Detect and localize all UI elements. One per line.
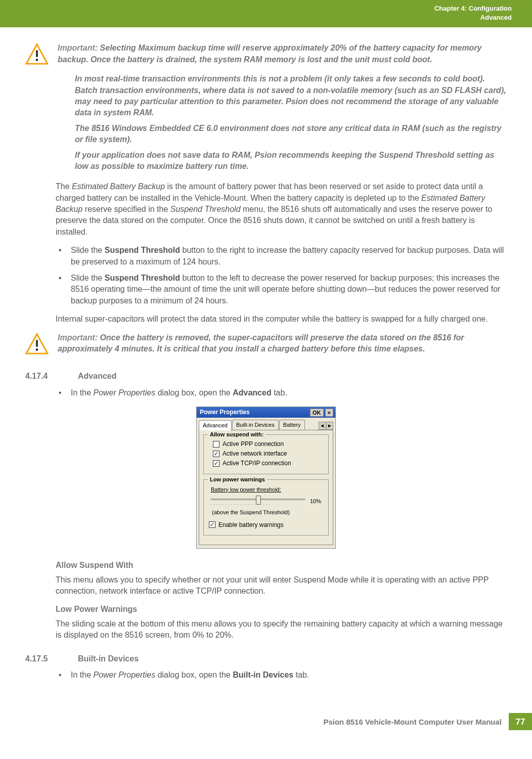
bullet-list-3: In the Power Properties dialog box, open… (56, 669, 507, 681)
checkbox-label: Enable battery warnings (218, 521, 284, 529)
warning-icon (25, 332, 49, 359)
important-text-p2: In most real-time transaction environmen… (75, 73, 507, 119)
subheading-allow-suspend: Allow Suspend With (56, 560, 507, 571)
important-text: Once the battery is removed, the super-c… (58, 333, 464, 353)
group-legend: Allow suspend with: (208, 431, 265, 438)
subheading-text: The sliding scale at the bottom of this … (56, 618, 507, 641)
page-content: Important: Selecting Maximum backup time… (0, 27, 532, 698)
threshold-slider[interactable]: ' ' ' ' ' ' ' ' ' ' ' ' ' ' ' ' ' ' ' ' … (211, 496, 305, 508)
svg-point-5 (36, 348, 38, 351)
group-low-power: Low power warnings Battery low power thr… (203, 479, 329, 536)
svg-rect-4 (36, 340, 38, 346)
important-note-2: Important: Once the battery is removed, … (25, 332, 507, 359)
list-item: Slide the Suspend Threshold button to th… (56, 245, 507, 267)
slider-value: 10% (310, 498, 321, 505)
important-text-p4: If your application does not save data t… (75, 150, 507, 172)
list-item: In the Power Properties dialog box, open… (56, 669, 507, 681)
warning-icon (25, 42, 49, 69)
checkbox-icon[interactable]: ✓ (213, 451, 219, 457)
svg-rect-1 (36, 51, 38, 57)
tab-advanced[interactable]: Advanced (199, 420, 232, 430)
tab-bar: Advanced Built-in Devices Battery ◄ ► (197, 418, 335, 430)
bullet-list-1: Slide the Suspend Threshold button to th… (56, 245, 507, 306)
checkbox-icon[interactable]: ✓ (209, 521, 215, 528)
checkbox-icon[interactable]: ✓ (213, 460, 219, 467)
tab-scroll-left-icon[interactable]: ◄ (319, 422, 326, 430)
checkbox-label: Active TCP/IP connection (223, 459, 291, 468)
list-item: In the Power Properties dialog box, open… (56, 387, 507, 398)
page-header: Chapter 4: Configuration Advanced (0, 0, 532, 27)
page-number: 77 (509, 713, 532, 730)
body-paragraph-2: Internal super-capacitors will protect t… (56, 314, 507, 325)
section-title: Built-in Devices (78, 653, 139, 664)
checkbox-row-ppp[interactable]: Active PPP connection (209, 440, 323, 449)
checkbox-row-enable-warnings[interactable]: ✓ Enable battery warnings (209, 521, 323, 529)
section-heading-built-in-devices: 4.17.5 Built-in Devices (25, 653, 507, 664)
section-title: Advanced (78, 371, 116, 382)
checkbox-icon[interactable] (213, 441, 219, 448)
checkbox-label: Active PPP connection (223, 440, 284, 449)
important-text-p3: The 8516 Windows Embedded CE 6.0 environ… (75, 123, 507, 146)
dialog-screenshot: Power Properties OK × Advanced Built-in … (25, 407, 507, 549)
important-label: Important: (58, 43, 98, 52)
section-heading-advanced: 4.17.4 Advanced (25, 371, 507, 382)
body-paragraph-1: The Estimated Battery Backup is the amou… (56, 181, 507, 238)
header-section: Advanced (20, 13, 512, 22)
footer-title: Psion 8516 Vehicle-Mount Computer User M… (323, 717, 509, 727)
tab-scroll-right-icon[interactable]: ► (326, 422, 333, 430)
group-legend: Low power warnings (208, 476, 267, 483)
important-note-1: Important: Selecting Maximum backup time… (25, 42, 507, 69)
svg-point-2 (36, 59, 38, 61)
checkbox-row-network[interactable]: ✓ Active network interface (209, 450, 323, 458)
dialog-title: Power Properties (199, 408, 308, 417)
dialog-titlebar: Power Properties OK × (197, 407, 335, 418)
ok-button[interactable]: OK (310, 409, 324, 417)
tab-built-in-devices[interactable]: Built-in Devices (232, 420, 279, 430)
list-item: Slide the Suspend Threshold button to th… (56, 273, 507, 306)
subheading-text: This menu allows you to specify whether … (56, 574, 507, 597)
important-label: Important: (58, 333, 98, 342)
section-number: 4.17.4 (25, 371, 66, 382)
dialog-panel: Allow suspend with: Active PPP connectio… (199, 430, 333, 545)
subheading-low-power: Low Power Warnings (56, 604, 507, 615)
group-allow-suspend: Allow suspend with: Active PPP connectio… (203, 434, 329, 474)
header-chapter: Chapter 4: Configuration (20, 4, 512, 13)
checkbox-row-tcpip[interactable]: ✓ Active TCP/IP connection (209, 459, 323, 468)
power-properties-dialog: Power Properties OK × Advanced Built-in … (196, 407, 336, 549)
page-footer: Psion 8516 Vehicle-Mount Computer User M… (0, 713, 532, 740)
checkbox-label: Active network interface (223, 450, 287, 458)
slider-note: (above the Suspend Threshold) (211, 509, 321, 516)
close-button[interactable]: × (325, 409, 333, 417)
slider-label: Battery low power threshold: (211, 486, 321, 494)
important-text-p1: Selecting Maximum backup time will reser… (58, 43, 482, 63)
section-number: 4.17.5 (25, 653, 66, 664)
bullet-list-2: In the Power Properties dialog box, open… (56, 387, 507, 398)
tab-battery[interactable]: Battery (279, 420, 305, 430)
